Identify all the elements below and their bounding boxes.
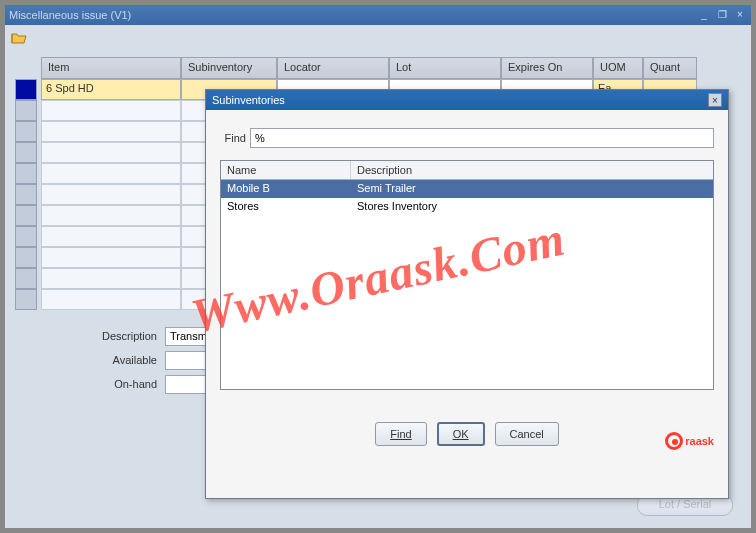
find-input[interactable] (250, 128, 714, 148)
find-label: Find (220, 132, 250, 144)
list-item[interactable]: Mobile B Semi Trailer (221, 180, 713, 198)
col-header-lot[interactable]: Lot (389, 57, 501, 79)
list-item-description: Semi Trailer (351, 180, 713, 198)
subinventories-dialog: Subinventories × Find Name Description M… (205, 89, 729, 499)
row-selector-icon[interactable] (15, 184, 37, 205)
col-header-expires-on[interactable]: Expires On (501, 57, 593, 79)
window-title: Miscellaneous issue (V1) (9, 9, 697, 21)
folder-open-icon[interactable] (11, 31, 27, 45)
col-header-subinventory[interactable]: Subinventory (181, 57, 277, 79)
minimize-icon[interactable]: _ (697, 9, 711, 21)
close-icon[interactable]: × (733, 9, 747, 21)
row-selector-icon[interactable] (15, 79, 37, 100)
row-selector-icon[interactable] (15, 226, 37, 247)
col-header-quant[interactable]: Quant (643, 57, 697, 79)
list-item-name: Mobile B (221, 180, 351, 198)
col-header-locator[interactable]: Locator (277, 57, 389, 79)
list-item[interactable]: Stores Stores Inventory (221, 198, 713, 216)
row-selector-icon[interactable] (15, 268, 37, 289)
row-selector-icon[interactable] (15, 100, 37, 121)
row-selector-icon[interactable] (15, 121, 37, 142)
dialog-titlebar: Subinventories × (206, 90, 728, 110)
row-selector-icon[interactable] (15, 205, 37, 226)
dialog-close-icon[interactable]: × (708, 93, 722, 107)
ok-button[interactable]: OK (437, 422, 485, 446)
list-header-name[interactable]: Name (221, 161, 351, 179)
cell-item[interactable]: 6 Spd HD (41, 79, 181, 100)
results-listbox[interactable]: Name Description Mobile B Semi Trailer S… (220, 160, 714, 390)
row-selector-icon[interactable] (15, 163, 37, 184)
description-label: Description (75, 330, 165, 342)
col-header-item[interactable]: Item (41, 57, 181, 79)
row-selector-icon[interactable] (15, 289, 37, 310)
on-hand-label: On-hand (75, 378, 165, 390)
row-selector-icon[interactable] (15, 247, 37, 268)
col-header-uom[interactable]: UOM (593, 57, 643, 79)
toolbar (5, 25, 751, 51)
list-item-name: Stores (221, 198, 351, 216)
list-item-description: Stores Inventory (351, 198, 713, 216)
grid-header: Item Subinventory Locator Lot Expires On… (41, 57, 741, 79)
find-button[interactable]: Find (375, 422, 426, 446)
restore-icon[interactable]: ❐ (715, 9, 729, 21)
cancel-button[interactable]: Cancel (495, 422, 559, 446)
row-selector-icon[interactable] (15, 142, 37, 163)
available-label: Available (75, 354, 165, 366)
dialog-title: Subinventories (212, 94, 708, 106)
window-titlebar: Miscellaneous issue (V1) _ ❐ × (5, 5, 751, 25)
list-header-description[interactable]: Description (351, 161, 713, 179)
